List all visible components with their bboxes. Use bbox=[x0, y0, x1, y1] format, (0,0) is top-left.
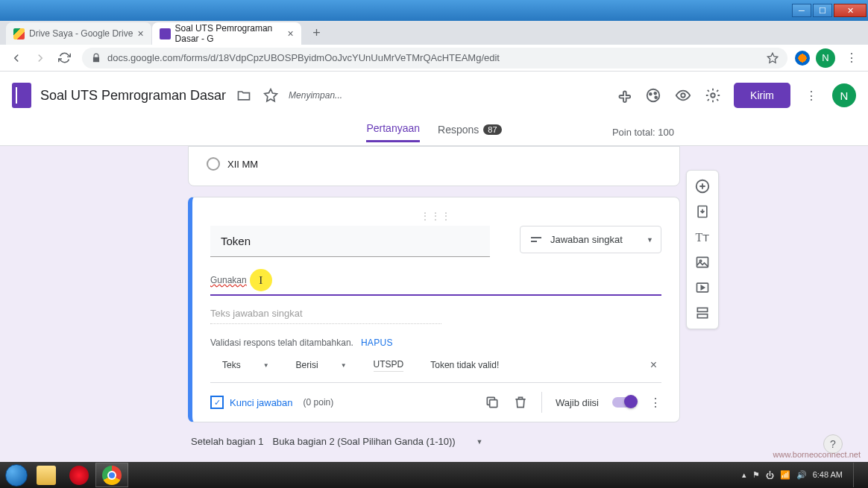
radio-option[interactable]: XII MM bbox=[207, 157, 661, 171]
folder-icon[interactable] bbox=[235, 86, 253, 104]
tab-close-icon[interactable]: × bbox=[287, 28, 293, 39]
taskbar-chrome[interactable] bbox=[95, 463, 128, 487]
after-section-dropdown[interactable]: Buka bagian 2 (Soal Pilihan Ganda (1-10)… bbox=[273, 436, 483, 447]
chevron-down-icon: ▼ bbox=[647, 236, 653, 244]
svg-point-5 bbox=[711, 93, 715, 98]
taskbar-opera[interactable] bbox=[63, 463, 95, 487]
question-more-menu[interactable]: ⋮ bbox=[650, 396, 661, 410]
required-toggle[interactable] bbox=[612, 397, 636, 408]
reload-button[interactable] bbox=[54, 48, 75, 69]
tab-title: Soal UTS Pemrograman Dasar - G bbox=[175, 23, 283, 44]
after-section-label: Setelah bagian 1 bbox=[191, 436, 264, 447]
url-text: docs.google.com/forms/d/18VdpCpzUBOSPByi… bbox=[107, 52, 761, 63]
send-button[interactable]: Kirim bbox=[734, 83, 790, 108]
extension-icon[interactable] bbox=[795, 51, 810, 66]
add-question-button[interactable] bbox=[691, 175, 714, 197]
forms-tabs: Pertanyaan Respons 87 Poin total: 100 bbox=[0, 119, 868, 146]
forward-button[interactable] bbox=[30, 48, 51, 69]
browser-tab-drive[interactable]: Drive Saya - Google Drive × bbox=[6, 22, 151, 45]
validation-condition-select[interactable]: Berisi▼ bbox=[296, 360, 347, 370]
account-avatar[interactable]: N bbox=[832, 83, 856, 107]
new-tab-button[interactable]: + bbox=[306, 22, 327, 43]
tab-close-icon[interactable]: × bbox=[137, 28, 143, 39]
validation-error-input[interactable]: Token tidak valid! bbox=[430, 360, 499, 370]
add-title-button[interactable]: Tᴛ bbox=[691, 226, 714, 248]
forms-logo[interactable] bbox=[12, 83, 31, 108]
response-count-badge: 87 bbox=[483, 124, 501, 135]
validation-message: Validasi respons telah ditambahkan. bbox=[210, 338, 353, 348]
duplicate-icon[interactable] bbox=[485, 395, 500, 410]
address-bar[interactable]: docs.google.com/forms/d/18VdpCpzUBOSPByi… bbox=[82, 48, 787, 69]
svg-point-2 bbox=[654, 92, 656, 95]
preview-icon[interactable] bbox=[674, 86, 692, 104]
drag-handle-icon[interactable]: ⋮⋮⋮ bbox=[210, 211, 661, 221]
svg-point-1 bbox=[650, 93, 652, 95]
add-section-button[interactable] bbox=[691, 302, 714, 324]
browser-toolbar: docs.google.com/forms/d/18VdpCpzUBOSPByi… bbox=[0, 45, 868, 72]
windows-taskbar: ▴ ⚑ ⏻ 📶 🔊 6:48 AM bbox=[0, 462, 868, 488]
after-section-row: Setelah bagian 1 Buka bagian 2 (Soal Pil… bbox=[188, 433, 680, 447]
divider bbox=[541, 392, 542, 413]
back-button[interactable] bbox=[6, 48, 27, 69]
chevron-down-icon: ▼ bbox=[263, 362, 269, 369]
import-questions-button[interactable] bbox=[691, 200, 714, 223]
chevron-down-icon: ▼ bbox=[341, 362, 347, 369]
window-close[interactable]: ✕ bbox=[834, 4, 867, 17]
tray-network-icon[interactable]: 📶 bbox=[780, 470, 790, 480]
tray-volume-icon[interactable]: 🔊 bbox=[796, 470, 807, 480]
tray-chevron-icon[interactable]: ▴ bbox=[742, 470, 746, 480]
forms-header: Soal UTS Pemrograman Dasar Menyimpan... … bbox=[0, 72, 868, 119]
delete-icon[interactable] bbox=[513, 395, 528, 410]
svg-point-0 bbox=[647, 89, 660, 102]
add-image-button[interactable] bbox=[691, 251, 714, 273]
clock[interactable]: 6:48 AM bbox=[813, 470, 843, 479]
window-maximize[interactable]: ☐ bbox=[813, 4, 832, 17]
svg-rect-7 bbox=[531, 241, 537, 242]
chrome-menu[interactable]: ⋮ bbox=[841, 48, 862, 69]
previous-question-card[interactable]: XII MM bbox=[188, 146, 680, 186]
document-title[interactable]: Soal UTS Pemrograman Dasar bbox=[40, 88, 226, 104]
svg-rect-6 bbox=[531, 237, 541, 238]
validation-type-select[interactable]: Teks▼ bbox=[222, 360, 269, 370]
type-label: Jawaban singkat bbox=[550, 234, 623, 245]
description-input[interactable]: Gunakan I bbox=[210, 269, 661, 296]
tray-flag-icon[interactable]: ⚑ bbox=[752, 470, 760, 480]
tray-power-icon[interactable]: ⏻ bbox=[766, 471, 774, 480]
theme-icon[interactable] bbox=[644, 86, 662, 104]
add-video-button[interactable] bbox=[691, 276, 714, 299]
svg-rect-8 bbox=[490, 400, 497, 408]
show-desktop-button[interactable] bbox=[853, 463, 862, 487]
answer-placeholder: Teks jawaban singkat bbox=[210, 308, 441, 324]
tab-questions[interactable]: Pertanyaan bbox=[366, 122, 420, 142]
system-tray[interactable]: ▴ ⚑ ⏻ 📶 🔊 6:48 AM bbox=[742, 463, 865, 487]
points-total: Poin total: 100 bbox=[612, 127, 674, 138]
more-menu[interactable]: ⋮ bbox=[802, 86, 820, 104]
start-button[interactable] bbox=[3, 462, 30, 488]
validation-value-input[interactable]: UTSPD bbox=[374, 359, 404, 372]
question-type-dropdown[interactable]: Jawaban singkat ▼ bbox=[520, 226, 661, 253]
svg-point-4 bbox=[681, 93, 685, 98]
remove-row-icon[interactable]: × bbox=[650, 358, 657, 372]
taskbar-explorer[interactable] bbox=[30, 463, 63, 487]
star-icon[interactable] bbox=[767, 52, 779, 64]
validation-settings: Teks▼ Berisi▼ UTSPD Token tidak valid! × bbox=[210, 358, 661, 382]
text-cursor: I bbox=[250, 269, 272, 291]
star-icon[interactable] bbox=[262, 86, 280, 104]
floating-toolbar: Tᴛ bbox=[686, 170, 719, 329]
question-footer: ✓ Kunci jawaban (0 poin) Wajib diisi ⋮ bbox=[210, 382, 661, 422]
remove-validation-link[interactable]: HAPUS bbox=[361, 338, 393, 348]
settings-icon[interactable] bbox=[704, 86, 722, 104]
description-text: Gunakan bbox=[210, 275, 247, 285]
drive-favicon bbox=[13, 28, 25, 39]
tab-responses[interactable]: Respons 87 bbox=[438, 122, 502, 142]
responses-label: Respons bbox=[438, 124, 479, 136]
browser-tab-forms[interactable]: Soal UTS Pemrograman Dasar - G × bbox=[152, 22, 301, 45]
saving-status: Menyimpan... bbox=[289, 90, 342, 101]
answer-key-button[interactable]: ✓ Kunci jawaban bbox=[210, 396, 293, 409]
profile-avatar[interactable]: N bbox=[816, 48, 835, 68]
browser-tab-strip: Drive Saya - Google Drive × Soal UTS Pem… bbox=[0, 21, 868, 45]
question-title-input[interactable]: Token bbox=[210, 226, 490, 257]
addons-icon[interactable] bbox=[614, 86, 632, 104]
tab-title: Drive Saya - Google Drive bbox=[29, 28, 133, 39]
window-minimize[interactable]: ─ bbox=[792, 4, 811, 17]
